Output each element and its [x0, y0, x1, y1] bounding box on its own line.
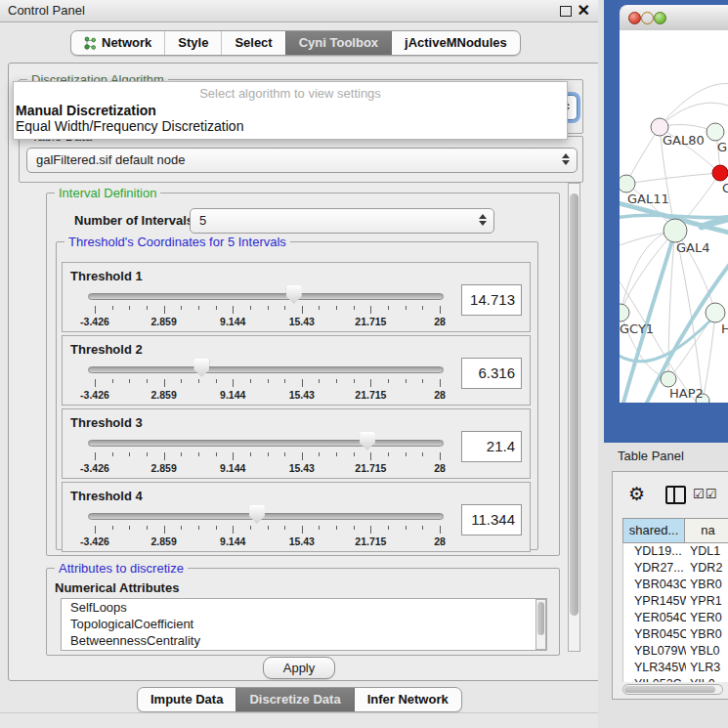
table-row[interactable]: YDR27...YDR2	[623, 560, 728, 577]
numerical-attributes-heading: Numerical Attributes	[55, 580, 179, 595]
tick-label: 9.144	[220, 316, 245, 327]
number-of-intervals-label: Number of Intervals	[74, 213, 193, 228]
cell-name[interactable]: YIL0	[686, 676, 728, 682]
close-traffic-light[interactable]	[628, 12, 641, 24]
threshold-slider-track[interactable]	[88, 440, 444, 447]
tab-impute-data[interactable]: Impute Data	[138, 688, 236, 711]
threshold-label: Threshold 4	[70, 489, 143, 503]
tab-network[interactable]: Network	[71, 31, 164, 55]
tab-style[interactable]: Style	[164, 31, 221, 55]
table-data-combo[interactable]: galFiltered.sif default node	[26, 148, 578, 173]
tab-label: Network	[102, 31, 151, 55]
algorithm-popup-item[interactable]: Manual Discretization	[14, 103, 567, 118]
table-row[interactable]: YBL079WYBL0	[623, 643, 728, 660]
cell-name[interactable]: YLR3	[686, 660, 728, 676]
cell-shared-name[interactable]: YIL052C	[623, 676, 686, 682]
threshold-slider-track[interactable]	[88, 513, 444, 520]
threshold-value-field[interactable]: 21.4	[461, 431, 522, 462]
cell-shared-name[interactable]: YBL079W	[623, 643, 686, 660]
network-window-frame[interactable]: GAL80GCGAL11GAL4GCY1HHAP2	[604, 0, 728, 443]
threshold-slider-track[interactable]	[88, 366, 444, 373]
cell-shared-name[interactable]: YBR045C	[623, 626, 686, 643]
tab-label: Impute Data	[150, 688, 223, 711]
control-panel-window: Control Panel ✕ NetworkStyleSelectCyni T…	[0, 0, 598, 728]
cell-name[interactable]: YDR2	[686, 560, 728, 577]
algorithm-popup: Select algorithm to view settings Manual…	[13, 81, 568, 140]
algorithm-popup-item[interactable]: Equal Width/Frequency Discretization	[14, 118, 567, 134]
panel-scrollbar[interactable]	[568, 183, 580, 652]
table-horizontal-scrollbar[interactable]	[622, 684, 723, 695]
numerical-attributes-list[interactable]: SelfLoopsTopologicalCoefficientBetweenne…	[61, 598, 547, 651]
table-row[interactable]: YER054CYER0	[623, 610, 728, 626]
threshold-slider-thumb[interactable]	[193, 359, 209, 377]
cell-shared-name[interactable]: YDL19...	[623, 543, 686, 560]
threshold-slider-thumb[interactable]	[286, 285, 302, 304]
threshold-value-field[interactable]: 11.344	[461, 504, 522, 535]
table-row[interactable]: YDL19...YDL1	[623, 543, 728, 560]
node-label-GCY1: GCY1	[620, 321, 654, 336]
column-header-shared[interactable]: shared...	[623, 519, 685, 542]
node-label-node-top-right: G	[717, 140, 727, 154]
threshold-slider-thumb[interactable]	[360, 432, 375, 450]
interval-definition-title: Interval Definition	[55, 186, 160, 200]
attribute-item[interactable]: BetweennessCentrality	[62, 632, 546, 649]
network-node-GAL4[interactable]	[664, 219, 687, 242]
network-node-HAP2[interactable]	[661, 371, 676, 387]
cell-shared-name[interactable]: YLR345W	[623, 660, 686, 676]
table-row[interactable]: YIL052CYIL0	[623, 676, 728, 682]
network-node-node-right-mid[interactable]	[706, 303, 725, 322]
cell-name[interactable]: YBR0	[686, 626, 728, 643]
cell-shared-name[interactable]: YER054C	[623, 610, 686, 626]
gear-icon[interactable]: ⚙	[628, 485, 645, 503]
tab-select[interactable]: Select	[221, 31, 284, 55]
float-window-icon[interactable]	[560, 6, 572, 17]
network-canvas[interactable]: GAL80GCGAL11GAL4GCY1HHAP2	[620, 30, 728, 403]
cell-name[interactable]: YDL1	[686, 543, 728, 560]
cell-shared-name[interactable]: YPR145W	[623, 593, 686, 610]
threshold-slider-ticks	[95, 526, 440, 535]
split-columns-icon[interactable]	[665, 486, 686, 504]
number-of-intervals-combo[interactable]: 5	[190, 208, 494, 234]
tab-jactivemnodules[interactable]: jActiveMNodules	[391, 31, 520, 55]
cell-name[interactable]: YBL0	[686, 643, 728, 660]
threshold-list: Threshold 1 -3.4262.8599.14415.4321.7152…	[62, 262, 531, 555]
table-row[interactable]: YBR045CYBR0	[623, 626, 728, 643]
network-window-titlebar[interactable]	[620, 5, 728, 31]
network-node-node-red[interactable]	[712, 165, 728, 181]
cell-name[interactable]: YER0	[686, 610, 728, 626]
select-columns-icon[interactable]: ☑☑	[693, 487, 717, 501]
column-header-name[interactable]: na	[685, 519, 728, 542]
tab-label: jActiveMNodules	[405, 31, 507, 55]
minimize-traffic-light[interactable]	[641, 12, 654, 24]
tab-cyni-toolbox[interactable]: Cyni Toolbox	[285, 31, 391, 55]
bottom-divider	[0, 712, 598, 713]
bottom-tabs: Impute DataDiscretize DataInfer Network	[137, 687, 462, 712]
cell-shared-name[interactable]: YDR27...	[623, 560, 686, 577]
network-node-node-top-right[interactable]	[707, 123, 724, 141]
attribute-item[interactable]: TopologicalCoefficient	[62, 616, 546, 632]
close-icon[interactable]: ✕	[578, 1, 590, 21]
cell-name[interactable]: YPR1	[686, 593, 728, 610]
threshold-slider-tick-labels: -3.4262.8599.14415.4321.71528	[95, 535, 440, 547]
table-row[interactable]: YPR145WYPR1	[623, 593, 728, 610]
tab-infer-network[interactable]: Infer Network	[354, 688, 461, 711]
tab-discretize-data[interactable]: Discretize Data	[236, 688, 353, 711]
cell-name[interactable]: YBR0	[686, 577, 728, 593]
attributes-group: Attributes to discretize Numerical Attri…	[46, 568, 560, 656]
threshold-slider-thumb[interactable]	[249, 505, 265, 524]
network-node-GCY1[interactable]	[620, 304, 629, 321]
network-node-GAL11[interactable]	[620, 175, 635, 193]
algorithm-popup-items: Manual DiscretizationEqual Width/Frequen…	[14, 103, 567, 134]
table-row[interactable]: YLR345WYLR3	[623, 660, 728, 676]
apply-button[interactable]: Apply	[263, 657, 335, 679]
table-row[interactable]: YBR043CYBR0	[623, 577, 728, 593]
attribute-item[interactable]: SelfLoops	[62, 599, 546, 616]
zoom-traffic-light[interactable]	[654, 12, 666, 24]
cell-shared-name[interactable]: YBR043C	[623, 577, 686, 593]
tick-label: 15.43	[289, 462, 315, 474]
threshold-slider-track[interactable]	[88, 293, 444, 300]
attributes-scrollbar[interactable]	[535, 599, 546, 650]
threshold-value-field[interactable]: 6.316	[461, 358, 522, 389]
threshold-value-field[interactable]: 14.713	[461, 284, 522, 316]
table-rows[interactable]: YDL19...YDL1YDR27...YDR2YBR043CYBR0YPR14…	[622, 543, 728, 682]
